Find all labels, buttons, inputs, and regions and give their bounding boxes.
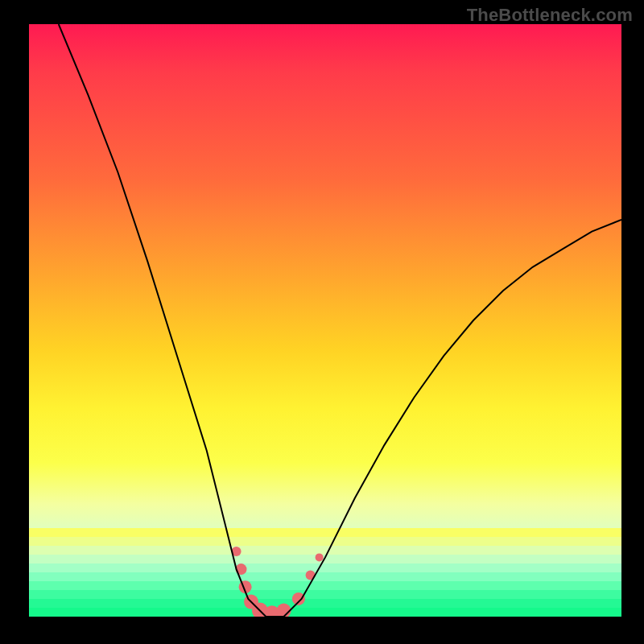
chart-marker	[292, 592, 305, 605]
chart-svg	[29, 24, 621, 617]
chart-plot-area	[29, 24, 621, 617]
chart-marker	[277, 604, 291, 617]
chart-curve-line	[59, 24, 621, 617]
watermark-text: TheBottleneck.com	[467, 5, 633, 26]
chart-marker	[316, 553, 324, 561]
chart-markers-group	[232, 547, 324, 617]
